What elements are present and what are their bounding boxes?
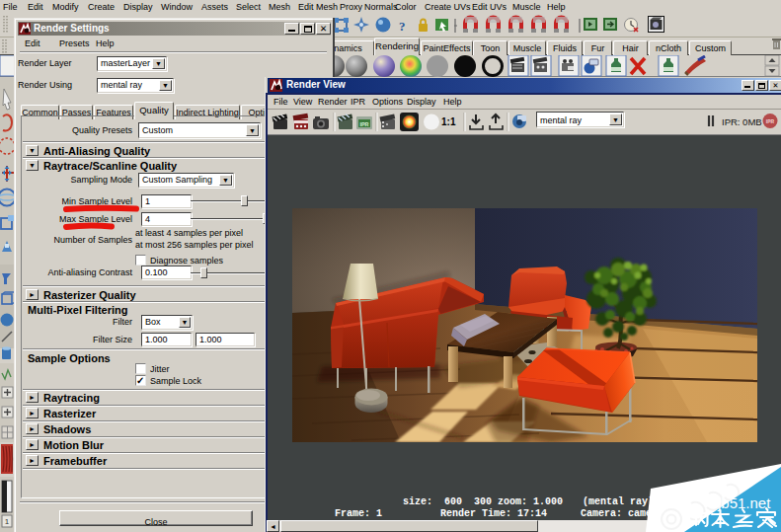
svg-text:IPR: IPR	[359, 121, 368, 127]
svg-text:IPR: IPR	[766, 118, 775, 124]
svg-text:1: 1	[5, 517, 10, 526]
svg-text:IPR: 0MB: IPR: 0MB	[722, 116, 762, 127]
svg-text:?: ?	[399, 19, 406, 34]
svg-text:jb51.net: jb51.net	[717, 494, 771, 511]
svg-text:1:1: 1:1	[441, 116, 456, 127]
